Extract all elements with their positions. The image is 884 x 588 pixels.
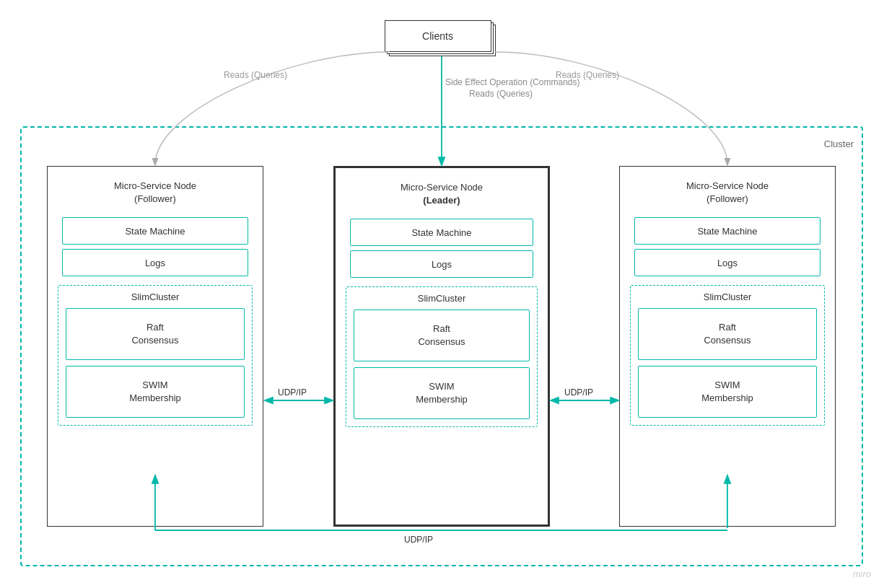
clients-label: Clients <box>422 30 453 42</box>
clients-container: Clients <box>385 20 500 58</box>
svg-text:Reads (Queries): Reads (Queries) <box>469 89 533 99</box>
node-right-swim: SWIMMembership <box>638 366 817 418</box>
node-right-logs: Logs <box>634 249 820 276</box>
node-left-slimcluster-label: SlimCluster <box>66 291 245 302</box>
node-left-swim: SWIMMembership <box>66 366 245 418</box>
node-center-title: Micro-Service Node (Leader) <box>336 168 548 214</box>
node-center-title-line2: (Leader) <box>423 195 460 206</box>
node-left-title: Micro-Service Node (Follower) <box>48 167 263 213</box>
node-right-raft: RaftConsensus <box>638 308 817 360</box>
node-center-state-machine: State Machine <box>350 219 533 246</box>
node-left-slimcluster-area: SlimCluster RaftConsensus SWIMMembership <box>58 285 253 426</box>
node-center-swim: SWIMMembership <box>354 367 530 419</box>
node-center-raft: RaftConsensus <box>354 310 530 361</box>
node-left-title-line2: (Follower) <box>134 193 176 204</box>
node-right-state-machine: State Machine <box>634 217 820 245</box>
node-right: Micro-Service Node (Follower) State Mach… <box>619 166 836 527</box>
node-center-logs: Logs <box>350 250 533 278</box>
node-center: Micro-Service Node (Leader) State Machin… <box>333 166 550 527</box>
node-right-slimcluster-label: SlimCluster <box>638 291 817 302</box>
node-center-slimcluster-label: SlimCluster <box>354 293 530 304</box>
svg-text:Side Effect Operation (Command: Side Effect Operation (Commands) <box>445 77 580 87</box>
node-left: Micro-Service Node (Follower) State Mach… <box>47 166 263 527</box>
node-right-title: Micro-Service Node (Follower) <box>620 167 835 213</box>
node-left-logs: Logs <box>62 249 248 276</box>
node-left-state-machine: State Machine <box>62 217 248 245</box>
node-center-title-line1: Micro-Service Node <box>401 182 483 193</box>
node-center-slimcluster-area: SlimCluster RaftConsensus SWIMMembership <box>346 286 538 427</box>
node-right-title-line1: Micro-Service Node <box>686 180 769 191</box>
node-right-slimcluster-area: SlimCluster RaftConsensus SWIMMembership <box>630 285 825 426</box>
canvas: Clients Cluster Micro-Service Node (Foll… <box>0 0 884 588</box>
clients-stack: Clients <box>385 20 500 58</box>
miro-watermark: miro <box>853 569 871 579</box>
svg-text:Reads (Queries): Reads (Queries) <box>556 70 619 80</box>
clients-box-front: Clients <box>385 20 491 52</box>
node-right-title-line2: (Follower) <box>706 193 748 204</box>
svg-text:Reads (Queries): Reads (Queries) <box>224 70 287 80</box>
cluster-label: Cluster <box>824 139 854 149</box>
node-left-raft: RaftConsensus <box>66 308 245 360</box>
node-left-title-line1: Micro-Service Node <box>114 180 196 191</box>
